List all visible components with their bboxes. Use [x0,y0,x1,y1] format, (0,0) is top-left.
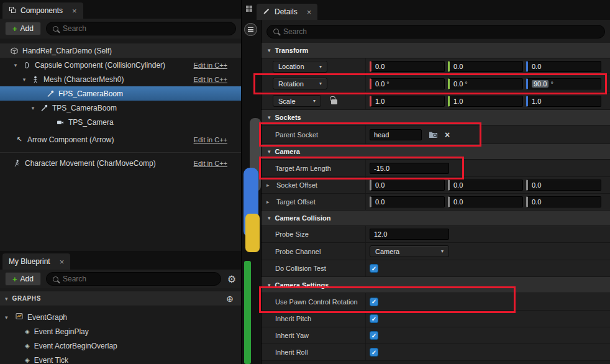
target-offset-y-field[interactable]: 0.0 [448,196,523,207]
edit-in-cpp-link[interactable]: Edit in C++ [194,61,227,69]
inherit-pitch-label: Inherit Pitch [275,315,311,322]
event-actorbeginoverlap-item[interactable]: ◈ Event ActorBeginOverlap [0,339,241,353]
chevron-down-icon[interactable]: ▾ [5,314,11,321]
components-search-input[interactable] [63,24,229,33]
tab-details[interactable]: Details × [257,4,317,20]
scale-x-field[interactable]: 1.0 [370,96,445,107]
eventgraph-item[interactable]: ▾ EventGraph [0,310,241,324]
target-arm-length-field[interactable]: -15.0 [370,163,449,174]
use-pawn-control-rotation-checkbox[interactable]: ✓ [370,298,378,306]
spring-arm-icon [46,90,55,98]
search-icon [273,29,279,34]
tab-my-blueprint[interactable]: My Blueprint × [2,253,70,270]
rotation-space-dropdown[interactable]: Rotation ▾ [273,78,327,89]
add-component-button[interactable]: + Add [5,22,41,35]
scale-lock-icon[interactable] [331,99,337,104]
plus-icon: + [12,275,17,284]
tree-row-capsule-component[interactable]: ▾ Capsule Component (CollisionCylinder) … [0,58,241,72]
location-y-field[interactable]: 0.0 [448,61,523,72]
tree-row-fps-cameraboom[interactable]: FPS_CameraBoom [0,86,241,101]
rotation-roll-field[interactable]: 0.0° [370,78,445,89]
tree-row-tps-cameraboom[interactable]: ▾ TPS_CameraBoom [0,101,241,115]
add-blueprint-item-button[interactable]: + Add [5,272,41,286]
components-toolbar: + Add [0,19,241,39]
socket-offset-x-value: 0.0 [375,181,385,189]
location-x-field[interactable]: 0.0 [370,61,445,72]
chevron-down-icon[interactable]: ▾ [12,62,19,68]
chevron-right-icon[interactable]: ▸ [266,199,273,205]
edit-in-cpp-link[interactable]: Edit in C++ [194,160,227,167]
chevron-down-icon: ▾ [5,296,8,302]
tree-row-arrow-component[interactable]: ↖ Arrow Component (Arrow) Edit in C++ [0,132,241,147]
gear-icon[interactable]: ⚙ [227,273,236,285]
event-beginplay-item[interactable]: ◈ Event BeginPlay [0,324,241,339]
target-offset-label-cell: ▸ Target Offset [262,194,366,210]
tree-item-label: TPS_CameraBoom [52,104,117,112]
close-icon[interactable]: × [60,257,65,266]
graph-item-label: Event Tick [34,356,68,364]
chevron-down-icon[interactable]: ▾ [21,76,27,83]
section-header-transform[interactable]: ▾ Transform [262,43,610,58]
probe-size-label: Probe Size [275,230,309,238]
viewport-menu-button[interactable] [244,23,257,36]
socket-offset-z-field[interactable]: 0.0 [526,180,601,191]
my-blueprint-search[interactable] [46,272,221,286]
scale-y-field[interactable]: 1.0 [448,96,523,107]
tab-components[interactable]: Components × [2,2,83,19]
probe-channel-dropdown[interactable]: Camera ▾ [370,245,449,257]
tree-row-mesh[interactable]: ▾ Mesh (CharacterMesh0) Edit in C++ [0,72,241,86]
location-z-value: 0.0 [532,63,541,70]
rotation-yaw-field[interactable]: 90.0° [526,78,601,89]
chevron-down-icon[interactable]: ▾ [30,105,36,111]
scale-space-dropdown[interactable]: Scale ▾ [273,95,321,107]
target-offset-x-field[interactable]: 0.0 [370,196,445,207]
section-header-camera[interactable]: ▾ Camera [262,144,610,160]
graphs-section-header[interactable]: ▾ GRAPHS ⊕ [0,291,241,306]
edit-in-cpp-link[interactable]: Edit in C++ [194,136,227,143]
graphs-header-label: GRAPHS [12,295,41,302]
section-header-camera-collision[interactable]: ▾ Camera Collision [262,211,610,226]
section-header-camera-settings[interactable]: ▾ Camera Settings [262,277,610,293]
degree-suffix: ° [465,80,467,88]
add-graph-icon[interactable]: ⊕ [226,294,234,304]
section-title: Transform [275,47,309,54]
target-arm-length-label-cell: Target Arm Length [262,160,366,176]
clear-socket-icon[interactable]: × [445,130,450,139]
edit-in-cpp-link[interactable]: Edit in C++ [194,76,227,83]
tree-row-actor-root[interactable]: HandRef_CharDemo (Self) [0,43,241,58]
viewport-character-yellow [245,214,260,252]
event-node-icon: ◈ [25,357,30,363]
details-search[interactable] [266,25,605,39]
rotation-pitch-field[interactable]: 0.0° [448,78,523,89]
close-icon[interactable]: × [307,7,312,17]
details-search-input[interactable] [283,27,598,36]
inherit-roll-checkbox[interactable]: ✓ [370,348,378,357]
tree-row-character-movement[interactable]: Character Movement (CharMoveComp) Edit i… [0,156,241,170]
socket-offset-y-field[interactable]: 0.0 [448,180,523,191]
tree-row-tps-camera[interactable]: TPS_Camera [0,115,241,129]
probe-size-field[interactable]: 12.0 [370,229,449,240]
event-node-icon: ◈ [25,343,30,349]
close-icon[interactable]: × [72,6,77,16]
browse-socket-icon[interactable] [429,131,438,139]
scale-x-value: 1.0 [375,98,385,105]
chevron-down-icon: ▾ [268,215,271,221]
degree-suffix: ° [386,80,389,88]
scale-z-field[interactable]: 1.0 [526,96,601,107]
location-space-dropdown[interactable]: Location ▾ [273,61,327,73]
components-search[interactable] [46,22,236,35]
chevron-right-icon[interactable]: ▸ [266,182,273,188]
location-z-field[interactable]: 0.0 [526,61,601,72]
section-header-sockets[interactable]: ▾ Sockets [262,110,610,125]
inherit-yaw-checkbox[interactable]: ✓ [370,331,378,340]
event-tick-item[interactable]: ◈ Event Tick [0,353,241,364]
add-button-label: Add [20,24,34,33]
do-collision-test-checkbox[interactable]: ✓ [370,264,378,273]
dock-grid-icon [245,5,253,14]
viewport-sliver [242,20,261,364]
target-offset-z-field[interactable]: 0.0 [526,196,601,207]
socket-offset-x-field[interactable]: 0.0 [370,180,445,191]
parent-socket-field[interactable]: head [370,129,422,140]
inherit-pitch-checkbox[interactable]: ✓ [370,314,378,323]
my-blueprint-search-input[interactable] [63,275,214,283]
